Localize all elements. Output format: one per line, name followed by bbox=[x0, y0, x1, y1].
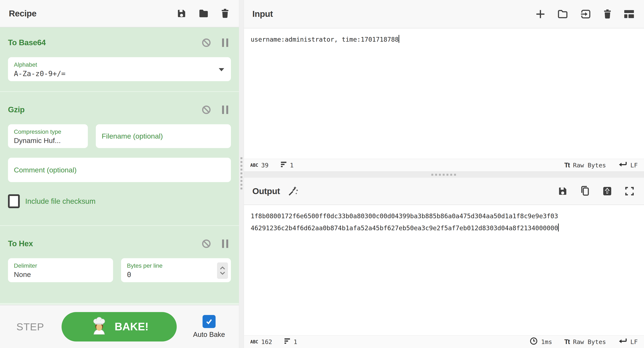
input-encoding-selector[interactable]: Raw Bytes bbox=[573, 162, 606, 169]
filename-field[interactable]: Filename (optional) bbox=[96, 124, 231, 148]
input-eol-selector[interactable]: LF bbox=[630, 162, 638, 169]
pane-splitter-horizontal[interactable] bbox=[244, 171, 644, 178]
pause-icon bbox=[222, 105, 229, 114]
operation-to-hex: To Hex Delimiter None bbox=[0, 226, 239, 304]
alphabet-label: Alphabet bbox=[14, 61, 225, 68]
operation-to-base64: To Base64 Alphabet A-Za-z0-9+/= bbox=[0, 27, 239, 92]
save-recipe-button[interactable] bbox=[177, 9, 186, 18]
breakpoint-operation-button[interactable] bbox=[222, 38, 229, 47]
include-file-checksum-checkbox[interactable] bbox=[8, 194, 20, 208]
line-count-icon bbox=[284, 338, 290, 346]
breakpoint-operation-button[interactable] bbox=[222, 239, 229, 248]
character-encoding-icon: Tt bbox=[564, 338, 570, 346]
alphabet-select[interactable]: Alphabet A-Za-z0-9+/= bbox=[8, 57, 231, 81]
io-pane: Input bbox=[244, 0, 644, 348]
alphabet-value: A-Za-z0-9+/= bbox=[14, 69, 225, 78]
chevron-down-icon bbox=[219, 68, 224, 71]
delimiter-select[interactable]: Delimiter None bbox=[8, 258, 113, 282]
output-title: Output bbox=[252, 186, 280, 196]
input-import-icon bbox=[580, 9, 591, 19]
folder-icon bbox=[198, 9, 209, 18]
input-pane: Input bbox=[244, 0, 644, 171]
copy-icon bbox=[580, 186, 590, 197]
reset-layout-button[interactable] bbox=[624, 10, 634, 19]
operation-title: To Base64 bbox=[8, 38, 46, 47]
auto-bake-label: Auto Bake bbox=[193, 330, 225, 338]
open-folder-as-input-button[interactable] bbox=[558, 10, 568, 19]
chef-icon bbox=[90, 316, 108, 337]
input-line-count: 1 bbox=[290, 162, 294, 169]
auto-bake-toggle[interactable]: Auto Bake bbox=[193, 315, 225, 338]
compression-type-select[interactable]: Compression type Dynamic Huf... bbox=[8, 124, 88, 148]
input-statusbar: ABC 39 1 Tt Raw Bytes LF bbox=[244, 159, 644, 171]
disable-operation-button[interactable] bbox=[202, 38, 211, 48]
delimiter-value: None bbox=[14, 270, 107, 279]
line-ending-icon bbox=[618, 161, 627, 170]
input-header: Input bbox=[244, 0, 644, 28]
operation-title: To Hex bbox=[8, 239, 33, 248]
output-line: 46291236c2b4f6d62aa0b874b1afa52a45bf627e… bbox=[251, 224, 558, 232]
operation-title: Gzip bbox=[8, 105, 24, 114]
comment-field[interactable]: Comment (optional) bbox=[8, 158, 231, 182]
operation-drag-handle[interactable]: To Base64 bbox=[8, 38, 231, 48]
folder-outline-icon bbox=[558, 10, 568, 19]
include-file-checksum-label: Include file checksum bbox=[25, 197, 96, 205]
export-up-icon bbox=[602, 186, 612, 196]
bytes-per-line-value: 0 bbox=[127, 270, 225, 279]
pane-splitter-vertical[interactable] bbox=[239, 0, 244, 348]
recipe-controls: STEP BAKE! Auto Bake bbox=[0, 305, 239, 348]
compression-type-value: Dynamic Huf... bbox=[14, 136, 82, 145]
magic-wand-icon bbox=[287, 185, 298, 197]
output-header: Output bbox=[244, 178, 644, 205]
char-count-icon: ABC bbox=[250, 339, 258, 344]
operation-gzip: Gzip Compression type Dynamic Huf... bbox=[0, 92, 239, 226]
cyberchef-app: Recipe To Base64 bbox=[0, 0, 644, 348]
magic-button[interactable] bbox=[287, 185, 298, 197]
open-file-as-input-button[interactable] bbox=[580, 9, 591, 19]
step-button[interactable]: STEP bbox=[15, 321, 46, 333]
output-pane: Output bbox=[244, 178, 644, 348]
add-input-tab-button[interactable] bbox=[536, 9, 545, 19]
chevron-down-icon bbox=[220, 271, 225, 275]
maximize-output-button[interactable] bbox=[625, 186, 634, 196]
compression-type-label: Compression type bbox=[14, 129, 82, 135]
breakpoint-operation-button[interactable] bbox=[222, 105, 229, 114]
bake-label: BAKE! bbox=[115, 320, 149, 333]
output-textarea[interactable]: 1f8b0800172f6e6500ff0dc33b0a80300c00d043… bbox=[244, 205, 644, 335]
check-icon bbox=[205, 317, 213, 326]
drag-grip-icon bbox=[431, 174, 456, 176]
chevron-up-icon bbox=[220, 266, 225, 270]
output-line: 1f8b0800172f6e6500ff0dc33b0a80300c00d043… bbox=[251, 210, 637, 222]
bytes-per-line-input[interactable]: Bytes per line 0 bbox=[121, 258, 231, 282]
output-eol-selector[interactable]: LF bbox=[630, 338, 638, 345]
recipe-pane: Recipe To Base64 bbox=[0, 0, 239, 348]
clear-io-button[interactable] bbox=[603, 9, 612, 19]
clear-recipe-button[interactable] bbox=[221, 9, 229, 19]
input-text: username:administrator, time:1701718788 bbox=[251, 36, 398, 43]
recipe-operation-list: To Base64 Alphabet A-Za-z0-9+/= bbox=[0, 27, 239, 305]
text-cursor bbox=[558, 223, 559, 231]
number-stepper[interactable] bbox=[217, 262, 228, 279]
input-textarea[interactable]: username:administrator, time:1701718788 bbox=[244, 28, 644, 159]
copy-output-button[interactable] bbox=[580, 186, 590, 197]
trash-icon bbox=[221, 9, 229, 19]
bake-button[interactable]: BAKE! bbox=[62, 312, 177, 341]
output-encoding-selector[interactable]: Raw Bytes bbox=[573, 338, 606, 345]
load-recipe-button[interactable] bbox=[198, 9, 209, 18]
pause-icon bbox=[222, 239, 229, 248]
layout-grid-icon bbox=[624, 10, 634, 19]
disable-icon bbox=[202, 38, 211, 48]
disable-operation-button[interactable] bbox=[202, 105, 211, 115]
operation-drag-handle[interactable]: To Hex bbox=[8, 239, 231, 248]
operation-drag-handle[interactable]: Gzip bbox=[8, 105, 231, 115]
recipe-header: Recipe bbox=[0, 0, 239, 27]
bytes-per-line-label: Bytes per line bbox=[127, 262, 225, 269]
move-output-to-input-button[interactable] bbox=[602, 186, 612, 196]
plus-icon bbox=[536, 9, 545, 19]
auto-bake-checkbox-checked[interactable] bbox=[202, 315, 216, 328]
disable-operation-button[interactable] bbox=[202, 239, 211, 248]
clock-icon bbox=[530, 337, 538, 346]
save-output-button[interactable] bbox=[558, 186, 568, 196]
output-bake-time: 1ms bbox=[541, 338, 552, 345]
pause-icon bbox=[222, 38, 229, 47]
